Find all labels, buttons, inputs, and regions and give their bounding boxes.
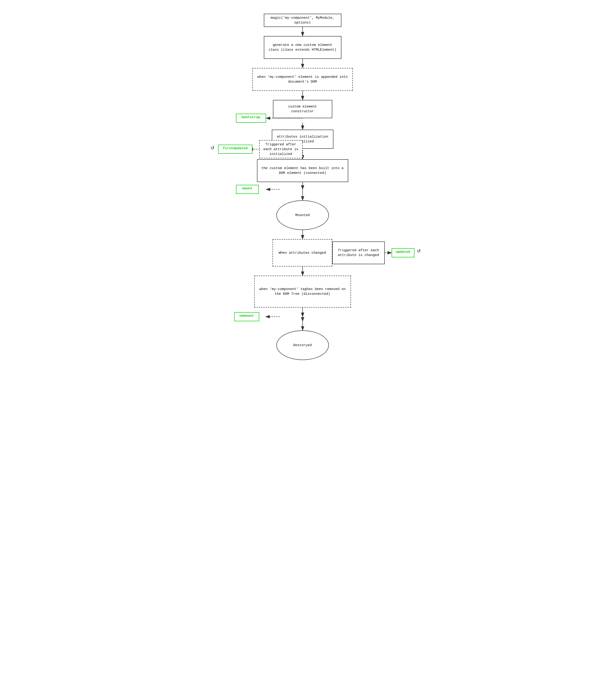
bootstrap-label: bootstrap [236, 114, 266, 123]
when-attr-changed-box: When attributes changed [272, 239, 332, 267]
lifecycle-diagram: magic('my-component', MyModule, options)… [204, 9, 401, 648]
refresh-icon-updated: ↺ [417, 247, 421, 254]
connected-box: the custom element has been built into a… [257, 159, 348, 182]
magic-call-box: magic('my-component', MyModule, options) [264, 14, 341, 27]
generate-class-box: generate a new custom element class (cla… [264, 36, 341, 59]
trigger-init-box: Triggered after each attribute is initia… [259, 140, 302, 158]
updated-label: updated [392, 248, 414, 257]
unmount-label: unmount [234, 312, 259, 321]
first-updated-label: firstUpdated [218, 145, 252, 154]
refresh-icon-first-updated: ↺ [211, 144, 215, 151]
removed-dom-box: when 'my-component' taghas been removed … [254, 276, 351, 307]
destroyed-circle: Destoryed [276, 330, 329, 360]
trigger-changed-box: Triggered after each attribute is change… [332, 242, 385, 264]
appended-dom-box: when 'my-component' element is appended … [252, 68, 353, 91]
constructor-box: custom element constructor [273, 100, 332, 118]
mount-label: mount [236, 185, 259, 194]
mounted-circle: Mounted [276, 200, 329, 230]
